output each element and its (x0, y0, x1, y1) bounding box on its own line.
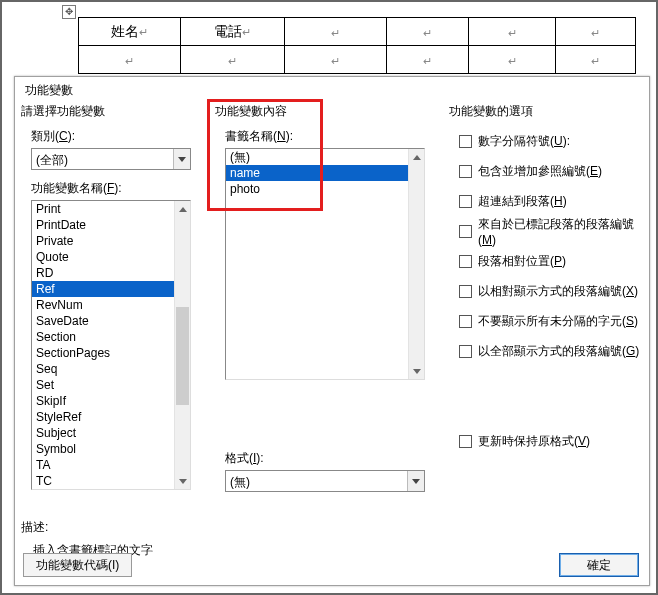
category-label: 類別(C): (19, 126, 207, 148)
table-header-5: ↵ (469, 18, 556, 46)
scroll-down-button[interactable] (175, 473, 190, 489)
category-value: (全部) (32, 149, 173, 169)
checkbox[interactable] (459, 135, 472, 148)
category-dropdown-button[interactable] (173, 149, 190, 169)
option-label: 以相對顯示方式的段落編號(X) (478, 283, 638, 300)
option-label: 更新時保持原格式(V) (478, 433, 590, 450)
checkbox[interactable] (459, 315, 472, 328)
chevron-down-icon (412, 479, 420, 484)
option-label: 段落相對位置(P) (478, 253, 566, 270)
scrollbar[interactable] (408, 149, 424, 379)
checkbox[interactable] (459, 435, 472, 448)
field-name-item[interactable]: TC (32, 473, 190, 489)
option-row: 包含並增加參照編號(E) (447, 156, 647, 186)
option-label: 來自於已標記段落的段落編號(M) (478, 216, 647, 247)
field-name-item[interactable]: SectionPages (32, 345, 190, 361)
option-label: 不要顯示所有未分隔的字元(S) (478, 313, 638, 330)
description-label: 描述: (19, 517, 439, 539)
bookmark-item[interactable]: (無) (226, 149, 424, 165)
field-names-label: 功能變數名稱(F): (19, 178, 207, 200)
table-cell: ↵ (387, 46, 469, 74)
option-row: 超連結到段落(H) (447, 186, 647, 216)
table-cell: ↵ (556, 46, 636, 74)
scrollbar-thumb[interactable] (176, 307, 189, 405)
ok-button[interactable]: 確定 (559, 553, 639, 577)
checkbox[interactable] (459, 255, 472, 268)
field-dialog: 功能變數 請選擇功能變數 類別(C): (全部) 功能變數名稱(F): Prin… (14, 76, 650, 586)
field-codes-button[interactable]: 功能變數代碼(I) (23, 553, 132, 577)
field-name-item[interactable]: Print (32, 201, 190, 217)
dialog-title: 功能變數 (15, 77, 649, 101)
field-name-item[interactable]: Quote (32, 249, 190, 265)
triangle-up-icon (413, 155, 421, 160)
option-row: 更新時保持原格式(V) (447, 426, 647, 456)
checkbox[interactable] (459, 225, 472, 238)
field-name-item[interactable]: Section (32, 329, 190, 345)
field-name-item[interactable]: SkipIf (32, 393, 190, 409)
table-cell: ↵ (181, 46, 285, 74)
option-row: 以相對顯示方式的段落編號(X) (447, 276, 647, 306)
field-content-header: 功能變數內容 (213, 101, 439, 126)
field-name-item[interactable]: Set (32, 377, 190, 393)
option-row: 來自於已標記段落的段落編號(M) (447, 216, 647, 246)
option-row: 以全部顯示方式的段落編號(G) (447, 336, 647, 366)
option-label: 以全部顯示方式的段落編號(G) (478, 343, 639, 360)
option-row: 段落相對位置(P) (447, 246, 647, 276)
table-header-name: 姓名↵ (79, 18, 181, 46)
checkbox[interactable] (459, 345, 472, 358)
table-cell: ↵ (79, 46, 181, 74)
option-row: 不要顯示所有未分隔的字元(S) (447, 306, 647, 336)
checkbox[interactable] (459, 195, 472, 208)
table-cell: ↵ (285, 46, 387, 74)
select-field-header: 請選擇功能變數 (19, 101, 207, 126)
bookmark-name-label: 書籤名稱(N): (213, 126, 439, 148)
field-name-item[interactable]: StyleRef (32, 409, 190, 425)
format-value: (無) (226, 471, 407, 491)
bookmark-item[interactable]: name (226, 165, 424, 181)
format-dropdown-button[interactable] (407, 471, 424, 491)
option-label: 包含並增加參照編號(E) (478, 163, 602, 180)
table-header-4: ↵ (387, 18, 469, 46)
option-label: 超連結到段落(H) (478, 193, 567, 210)
triangle-down-icon (413, 369, 421, 374)
background-table: 姓名↵ 電話↵ ↵ ↵ ↵ ↵ ↵ ↵ ↵ ↵ ↵ ↵ (78, 17, 636, 74)
format-combo[interactable]: (無) (225, 470, 425, 492)
field-name-item[interactable]: RevNum (32, 297, 190, 313)
table-header-3: ↵ (285, 18, 387, 46)
field-name-item[interactable]: Ref (32, 281, 190, 297)
table-header-6: ↵ (556, 18, 636, 46)
triangle-down-icon (179, 479, 187, 484)
chevron-down-icon (178, 157, 186, 162)
field-name-item[interactable]: SaveDate (32, 313, 190, 329)
scroll-down-button[interactable] (409, 363, 424, 379)
bookmark-listbox[interactable]: (無)namephoto (225, 148, 425, 380)
field-names-listbox[interactable]: PrintPrintDatePrivateQuoteRDRefRevNumSav… (31, 200, 191, 490)
option-row: 數字分隔符號(U): (447, 126, 647, 156)
field-name-item[interactable]: Private (32, 233, 190, 249)
field-name-item[interactable]: PrintDate (32, 217, 190, 233)
category-combo[interactable]: (全部) (31, 148, 191, 170)
scrollbar[interactable] (174, 201, 190, 489)
table-cell: ↵ (469, 46, 556, 74)
table-header-phone: 電話↵ (181, 18, 285, 46)
field-name-item[interactable]: TA (32, 457, 190, 473)
table-move-handle[interactable]: ✥ (62, 5, 76, 19)
format-label: 格式(I): (213, 448, 439, 470)
scroll-up-button[interactable] (409, 149, 424, 165)
field-name-item[interactable]: RD (32, 265, 190, 281)
option-label: 數字分隔符號(U): (478, 133, 570, 150)
field-name-item[interactable]: Subject (32, 425, 190, 441)
field-name-item[interactable]: Symbol (32, 441, 190, 457)
checkbox[interactable] (459, 165, 472, 178)
checkbox[interactable] (459, 285, 472, 298)
field-name-item[interactable]: Seq (32, 361, 190, 377)
triangle-up-icon (179, 207, 187, 212)
field-options-header: 功能變數的選項 (447, 101, 647, 126)
bookmark-item[interactable]: photo (226, 181, 424, 197)
scroll-up-button[interactable] (175, 201, 190, 217)
